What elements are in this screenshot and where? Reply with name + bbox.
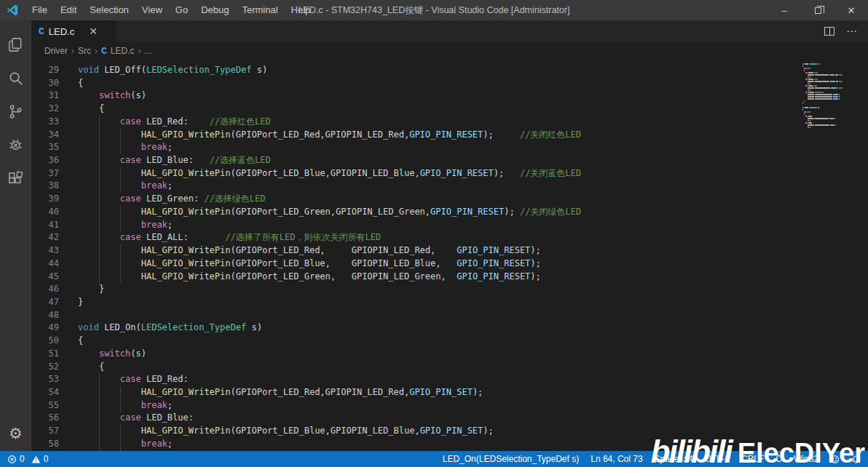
source-control-icon[interactable] <box>0 95 31 128</box>
line-number[interactable]: 32 <box>31 103 65 116</box>
line-number[interactable]: 48 <box>31 309 65 322</box>
code-line[interactable]: 29void LED_Off(LEDSelection_TypeDef s) <box>31 64 868 77</box>
line-number[interactable]: 49 <box>31 322 65 335</box>
minimap[interactable] <box>802 63 848 129</box>
code-line[interactable]: 33 case LED_Red: //选择红色LED <box>31 116 868 129</box>
code-line[interactable]: 52 { <box>31 361 868 374</box>
code-lines: 29void LED_Off(LEDSelection_TypeDef s)30… <box>31 64 868 451</box>
menu-debug[interactable]: Debug <box>194 0 235 20</box>
code-line[interactable]: 32 { <box>31 103 868 116</box>
more-actions-icon[interactable]: ⋯ <box>846 25 858 38</box>
line-number[interactable]: 41 <box>31 219 65 232</box>
line-number[interactable]: 50 <box>31 335 65 348</box>
debug-icon[interactable] <box>0 128 31 161</box>
line-number[interactable]: 46 <box>31 283 65 296</box>
menu-view[interactable]: View <box>135 0 169 20</box>
code-line[interactable]: 35 break; <box>31 141 868 154</box>
code-line[interactable]: 38 break; <box>31 180 868 193</box>
minimize-button[interactable]: – <box>768 0 801 20</box>
menu-selection[interactable]: Selection <box>83 0 135 20</box>
window-controls: – ✕ <box>768 0 868 20</box>
extensions-icon[interactable] <box>0 161 31 195</box>
line-number[interactable]: 31 <box>31 89 65 103</box>
menu-help[interactable]: Help <box>285 0 317 20</box>
code-line[interactable]: 31 switch(s) <box>31 89 868 103</box>
editor[interactable]: 29void LED_Off(LEDSelection_TypeDef s)30… <box>31 60 868 451</box>
line-number[interactable]: 29 <box>31 64 65 77</box>
breadcrumb-item[interactable]: ... <box>145 46 152 56</box>
line-number[interactable]: 33 <box>31 116 65 129</box>
line-number[interactable]: 30 <box>31 77 65 90</box>
code-line[interactable]: 49void LED_On(LEDSelection_TypeDef s) <box>31 322 868 335</box>
code-line[interactable]: 45 HAL_GPIO_WritePin(GPIOPort_LED_Green,… <box>31 271 868 284</box>
restore-button[interactable] <box>801 0 835 20</box>
restore-icon <box>815 7 821 14</box>
line-number[interactable]: 43 <box>31 244 65 258</box>
menu-terminal[interactable]: Terminal <box>235 0 284 20</box>
line-number[interactable]: 52 <box>31 361 65 374</box>
code-line[interactable]: 36 case LED_Blue: //选择蓝色LED <box>31 154 868 167</box>
line-number[interactable]: 56 <box>31 412 65 425</box>
menu-go[interactable]: Go <box>169 0 194 20</box>
line-number[interactable]: 34 <box>31 129 65 142</box>
line-number[interactable]: 42 <box>31 231 65 244</box>
line-number[interactable]: 44 <box>31 258 65 271</box>
split-editor-icon[interactable] <box>824 27 835 36</box>
menu-edit[interactable]: Edit <box>54 0 83 20</box>
line-number[interactable]: 47 <box>31 296 65 309</box>
line-number[interactable]: 40 <box>31 206 65 219</box>
editor-group: C LED.c ✕ ⋯ Driver›Src›CLED.c›... 29void… <box>31 20 868 451</box>
warning-count: 0 <box>44 454 49 464</box>
tab-close-icon[interactable]: ✕ <box>89 25 98 37</box>
vscode-window: FileEditSelectionViewGoDebugTerminalHelp… <box>0 0 868 467</box>
line-number[interactable]: 35 <box>31 141 65 154</box>
line-number[interactable]: 39 <box>31 193 65 206</box>
symbol-context[interactable]: LED_On(LEDSelection_TypeDef s) <box>443 454 579 464</box>
code-line[interactable]: 34 HAL_GPIO_WritePin(GPIOPort_LED_Red,GP… <box>31 129 868 142</box>
line-number[interactable]: 51 <box>31 348 65 361</box>
code-line[interactable]: 55 break; <box>31 399 868 412</box>
explorer-icon[interactable] <box>0 28 31 61</box>
problems-indicator[interactable]: 0 0 <box>7 454 48 464</box>
code-line[interactable]: 44 HAL_GPIO_WritePin(GPIOPort_LED_Blue, … <box>31 258 868 271</box>
c-file-icon: C <box>39 26 44 37</box>
breadcrumb-item[interactable]: Driver <box>44 46 68 56</box>
error-count: 0 <box>20 454 25 464</box>
line-number[interactable]: 57 <box>31 425 65 438</box>
code-line[interactable]: 30{ <box>31 77 868 90</box>
code-line[interactable]: 37 HAL_GPIO_WritePin(GPIOPort_LED_Blue,G… <box>31 167 868 180</box>
cursor-position[interactable]: Ln 64, Col 73 <box>591 454 642 464</box>
line-number[interactable]: 54 <box>31 386 65 399</box>
code-line[interactable]: 42 case LED_ALL: //选择了所有LED，则依次关闭所有LED <box>31 231 868 244</box>
code-line[interactable]: 40 HAL_GPIO_WritePin(GPIOPort_LED_Green,… <box>31 206 868 219</box>
line-number[interactable]: 38 <box>31 180 65 193</box>
close-button[interactable]: ✕ <box>835 0 868 20</box>
code-line[interactable]: 48 <box>31 309 868 322</box>
code-line[interactable]: 56 case LED_Blue: <box>31 412 868 425</box>
breadcrumb-separator: › <box>95 46 98 56</box>
watermark-text: ElecDIYer <box>738 438 865 467</box>
line-number[interactable]: 37 <box>31 167 65 180</box>
breadcrumb-item[interactable]: Src <box>78 46 91 56</box>
code-line[interactable]: 54 HAL_GPIO_WritePin(GPIOPort_LED_Red,GP… <box>31 386 868 399</box>
code-line[interactable]: 53 case LED_Red: <box>31 373 868 386</box>
title-bar: FileEditSelectionViewGoDebugTerminalHelp… <box>0 0 868 20</box>
code-line[interactable]: 41 break; <box>31 219 868 232</box>
settings-gear-icon[interactable]: ⚙ <box>9 425 23 442</box>
code-line[interactable]: 50{ <box>31 335 868 348</box>
line-number[interactable]: 55 <box>31 399 65 412</box>
search-icon[interactable] <box>0 61 31 95</box>
code-line[interactable]: 51 switch(s) <box>31 348 868 361</box>
menu-file[interactable]: File <box>25 0 54 20</box>
line-number[interactable]: 45 <box>31 271 65 284</box>
code-line[interactable]: 47} <box>31 296 868 309</box>
tab-led-c[interactable]: C LED.c ✕ <box>31 20 116 42</box>
code-line[interactable]: 46 } <box>31 283 868 296</box>
code-line[interactable]: 39 case LED_Green: //选择绿色LED <box>31 193 868 206</box>
breadcrumb-item[interactable]: LED.c <box>111 46 135 56</box>
line-number[interactable]: 53 <box>31 373 65 386</box>
breadcrumb-separator: › <box>71 46 74 56</box>
code-line[interactable]: 43 HAL_GPIO_WritePin(GPIOPort_LED_Red, G… <box>31 244 868 258</box>
line-number[interactable]: 36 <box>31 154 65 167</box>
line-number[interactable]: 58 <box>31 438 65 451</box>
